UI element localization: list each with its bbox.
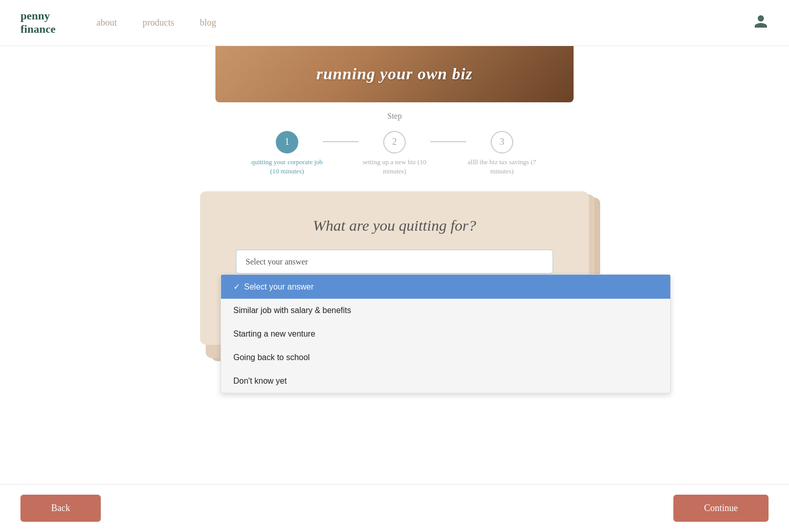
hero-image: running your own biz: [215, 46, 574, 102]
bottom-bar: Back Continue: [0, 484, 789, 532]
step-circle-2: 2: [383, 131, 406, 153]
card-main: What are you quitting for? Select your a…: [200, 191, 589, 345]
card-stack: What are you quitting for? Select your a…: [200, 191, 589, 345]
dropdown-open-list: ✓Select your answer Similar job with sal…: [221, 274, 671, 393]
nav-link-products[interactable]: products: [142, 17, 174, 28]
step-desc-1: quitting your corporate job (10 minutes): [251, 158, 323, 176]
dropdown-option-select[interactable]: ✓Select your answer: [221, 275, 670, 299]
step-3: 3 allll the biz tax savings (7 minutes): [466, 131, 538, 176]
card-question: What are you quitting for?: [221, 217, 568, 234]
nav-link-blog[interactable]: blog: [200, 17, 216, 28]
step-circle-3: 3: [491, 131, 513, 153]
logo[interactable]: penny finance: [20, 9, 55, 36]
continue-button[interactable]: Continue: [673, 495, 769, 522]
nav-link-about[interactable]: about: [96, 17, 117, 28]
checkmark-icon: ✓: [233, 282, 240, 291]
dropdown-option-new-venture[interactable]: Starting a new venture: [221, 322, 670, 346]
steps-row: 1 quitting your corporate job (10 minute…: [251, 131, 538, 176]
user-icon: [753, 14, 769, 29]
step-circle-1: 1: [276, 131, 298, 153]
user-profile[interactable]: [753, 14, 769, 31]
hero-text: running your own biz: [316, 64, 472, 83]
step-desc-2: setting up a new biz (10 minutes): [359, 158, 430, 176]
dropdown-option-dont-know[interactable]: Don't know yet: [221, 369, 670, 393]
nav-links: about products blog: [96, 17, 753, 28]
step-1: 1 quitting your corporate job (10 minute…: [251, 131, 323, 176]
answer-select[interactable]: Select your answerSimilar job with salar…: [236, 250, 553, 274]
step-2: 2 setting up a new biz (10 minutes): [359, 131, 430, 176]
step-desc-3: allll the biz tax savings (7 minutes): [466, 158, 538, 176]
dropdown-option-similar-job[interactable]: Similar job with salary & benefits: [221, 299, 670, 322]
step-label: Step: [387, 112, 402, 121]
dropdown-container: Select your answerSimilar job with salar…: [236, 250, 553, 274]
back-button[interactable]: Back: [20, 495, 101, 522]
step-line-1: [323, 141, 359, 142]
step-line-2: [430, 141, 466, 142]
dropdown-option-school[interactable]: Going back to school: [221, 346, 670, 369]
step-section: Step 1 quitting your corporate job (10 m…: [251, 112, 538, 176]
main-content: running your own biz Step 1 quitting you…: [0, 46, 789, 345]
navbar: penny finance about products blog: [0, 0, 789, 46]
